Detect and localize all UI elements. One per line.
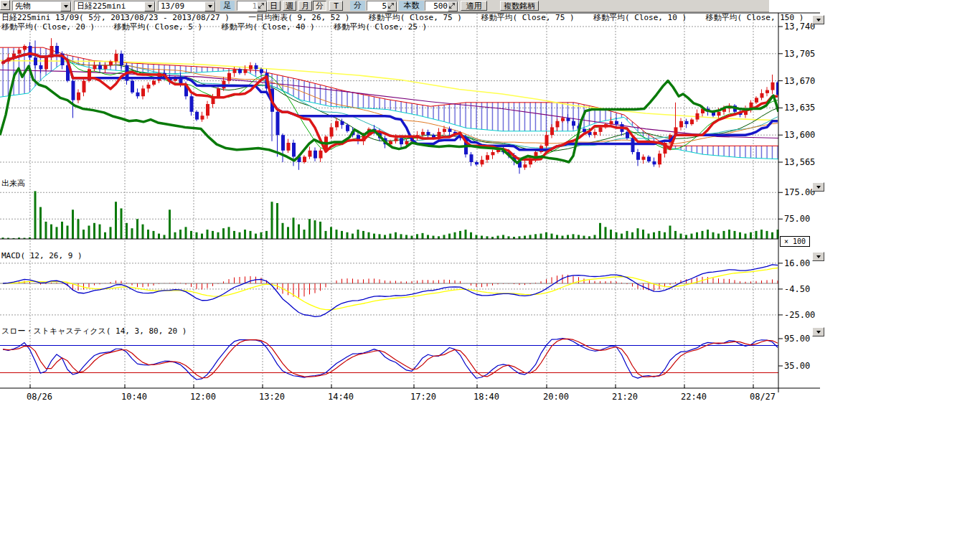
interval-spinner[interactable]: 5 (367, 1, 397, 11)
chevron-down-icon[interactable] (204, 1, 215, 11)
period-week-button[interactable]: 週 (283, 1, 296, 11)
stochastics-panel (0, 339, 778, 380)
svg-text:-25.00: -25.00 (784, 310, 815, 320)
chart-application-window: 先物 日経225mini 13/09 足 1 日 週 月 分 T 分 5 本数 … (0, 0, 980, 551)
svg-text:95.00: 95.00 (784, 334, 810, 344)
svg-text:10:40: 10:40 (121, 392, 147, 402)
interval-value: 5 (382, 1, 387, 11)
svg-text:18:40: 18:40 (473, 392, 499, 402)
bar-count-value: 1 (252, 1, 257, 11)
volume-multiplier-badge: × 100 (780, 236, 810, 247)
chevron-down-icon (816, 19, 821, 22)
svg-text:-4.50: -4.50 (784, 284, 810, 294)
svg-text:08/27: 08/27 (750, 392, 776, 402)
stoch-d-line (3, 339, 778, 377)
svg-text:22:40: 22:40 (681, 392, 707, 402)
chevron-down-icon[interactable] (144, 1, 155, 11)
macd-line (3, 265, 778, 316)
volume-panel-dropdown-button[interactable] (812, 182, 824, 192)
svg-text:17:20: 17:20 (410, 392, 436, 402)
svg-text:13,705: 13,705 (784, 49, 815, 59)
toolbar: 先物 日経225mini 13/09 足 1 日 週 月 分 T 分 5 本数 … (0, 0, 769, 12)
price-panel (0, 38, 780, 174)
bar-quantity-spinner[interactable]: 500 (425, 1, 458, 11)
svg-text:75.00: 75.00 (784, 214, 810, 224)
macd-panel-label: MACD( 12, 26, 9 ) (1, 251, 83, 260)
period-month-button[interactable]: 月 (298, 1, 312, 11)
svg-text:13,565: 13,565 (784, 157, 815, 167)
svg-text:35.00: 35.00 (784, 361, 810, 371)
chevron-down-icon (816, 255, 821, 258)
interval-label: 分 (350, 1, 365, 11)
svg-text:08/26: 08/26 (27, 392, 52, 402)
spin-icon[interactable] (257, 1, 267, 11)
svg-text:21:20: 21:20 (612, 392, 638, 402)
period-day-button[interactable]: 日 (267, 1, 281, 11)
svg-text:175.00: 175.00 (784, 187, 815, 197)
chevron-down-icon (816, 331, 821, 334)
instrument-select[interactable]: 日経225mini (74, 1, 156, 11)
svg-text:13,635: 13,635 (784, 103, 815, 113)
multi-symbol-button[interactable]: 複数銘柄 (500, 1, 539, 11)
svg-text:13,670: 13,670 (784, 76, 815, 86)
svg-text:16.00: 16.00 (784, 258, 810, 268)
stochastics-panel-label: スロー・ストキャスティクス( 14, 3, 80, 20 ) (1, 326, 187, 336)
chevron-down-icon (3, 4, 7, 6)
chevron-down-icon[interactable] (60, 1, 71, 11)
bar-type-label: 足 (220, 1, 235, 11)
bar-quantity-label: 本数 (399, 1, 424, 11)
volume-panel (0, 191, 779, 239)
instrument-type-value: 先物 (15, 1, 60, 11)
spin-icon[interactable] (387, 1, 397, 11)
svg-text:14:40: 14:40 (328, 392, 354, 402)
svg-text:13:20: 13:20 (259, 392, 285, 402)
macd-panel (0, 265, 778, 316)
price-panel-dropdown-button[interactable] (812, 15, 824, 24)
svg-text:20:00: 20:00 (543, 392, 569, 402)
instrument-value: 日経225mini (77, 1, 144, 11)
apply-button[interactable]: 適用 (461, 1, 487, 11)
contract-month-select[interactable]: 13/09 (158, 1, 216, 11)
chart-canvas: 13,74013,70513,67013,63513,60013,565175.… (0, 0, 980, 551)
volume-panel-label: 出来高 (1, 178, 25, 189)
stoch-k-line (3, 339, 778, 380)
chevron-down-icon (816, 186, 821, 189)
leftmost-combo-arrow-icon[interactable] (0, 0, 10, 10)
period-minute-button[interactable]: 分 (313, 1, 326, 11)
instrument-type-select[interactable]: 先物 (12, 1, 72, 11)
svg-text:13,740: 13,740 (784, 22, 815, 32)
period-tick-button[interactable]: T (329, 1, 343, 11)
stochastics-panel-dropdown-button[interactable] (812, 327, 824, 336)
bar-quantity-value: 500 (433, 1, 448, 11)
macd-panel-dropdown-button[interactable] (812, 252, 824, 261)
legend-line-2: 移動平均( Close, 20 ) 移動平均( Close, 5 ) 移動平均(… (1, 22, 427, 32)
bar-count-spinner[interactable]: 1 (237, 1, 268, 11)
spin-icon[interactable] (448, 1, 458, 11)
svg-text:13,600: 13,600 (784, 130, 815, 140)
contract-month-value: 13/09 (161, 1, 204, 11)
svg-text:12:00: 12:00 (190, 392, 216, 402)
